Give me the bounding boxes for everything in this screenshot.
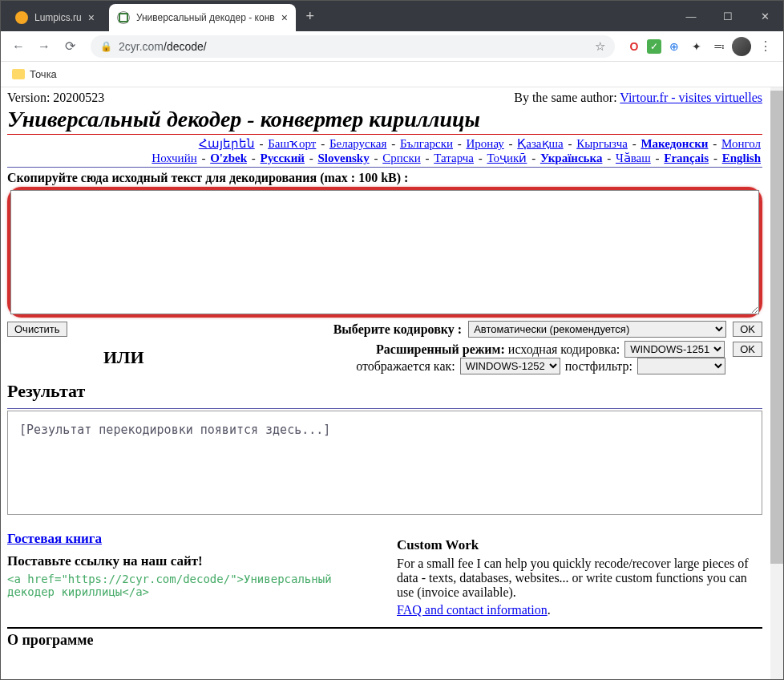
tab-title: Универсальный декодер - конв	[136, 12, 275, 23]
lang-link[interactable]: Кыргызча	[576, 137, 628, 150]
textarea-highlight	[7, 187, 762, 318]
ok-button[interactable]: OK	[733, 322, 762, 337]
lang-link[interactable]: Français	[664, 152, 709, 164]
vertical-scrollbar[interactable]	[770, 87, 783, 679]
forward-button[interactable]: →	[33, 35, 55, 58]
link-instruction-heading: Поставьте ссылку на наш сайт!	[7, 553, 373, 569]
display-as-select[interactable]: WINDOWS-1252	[460, 358, 560, 374]
new-tab-button[interactable]: +	[299, 5, 321, 27]
bookmark-star-icon[interactable]: ☆	[595, 39, 605, 54]
advanced-mode-label: Расширенный режим: исходная кодировка:	[376, 342, 620, 357]
lang-link[interactable]: Башҡорт	[268, 137, 316, 150]
extension-adblock-icon[interactable]: O	[624, 37, 644, 56]
encoding-label: Выберите кодировку :	[333, 322, 462, 337]
close-tab-icon[interactable]: ×	[281, 11, 288, 24]
lang-link[interactable]: English	[722, 152, 761, 164]
divider	[7, 134, 762, 135]
profile-avatar[interactable]	[732, 37, 751, 56]
lang-link[interactable]: Чӑваш	[616, 152, 651, 164]
extensions-puzzle-icon[interactable]: ✦	[687, 37, 706, 56]
lang-link[interactable]: Български	[400, 137, 453, 150]
result-heading: Результат	[7, 381, 762, 402]
address-bar[interactable]: 🔒 2cyr.com/decode/ ☆	[91, 35, 615, 58]
lang-link[interactable]: Українська	[540, 152, 603, 164]
lock-icon: 🔒	[100, 41, 112, 52]
url-text: 2cyr.com/decode/	[119, 40, 207, 53]
bookmark-folder-icon	[12, 69, 25, 79]
virtour-link[interactable]: Virtour.fr - visites virtuelles	[620, 91, 762, 104]
lang-link[interactable]: Тоҷикӣ	[487, 152, 527, 164]
page-title: Универсальный декодер - конвертер кирилл…	[7, 107, 762, 132]
guestbook-link[interactable]: Гостевая книга	[7, 531, 102, 546]
tab-title: Lumpics.ru	[34, 12, 82, 23]
postfilter-select[interactable]	[637, 358, 725, 374]
postfilter-label: постфильтр:	[565, 359, 632, 374]
ok-button-advanced[interactable]: OK	[733, 342, 762, 357]
close-tab-icon[interactable]: ×	[88, 11, 95, 24]
source-encoding-select[interactable]: WINDOWS-1251	[624, 341, 725, 358]
display-as-label: отображается как:	[356, 359, 455, 374]
source-text-input[interactable]	[10, 190, 759, 314]
back-button[interactable]: ←	[7, 35, 30, 58]
maximize-button[interactable]: ☐	[709, 1, 746, 31]
browser-tab-active[interactable]: Универсальный декодер - конв ×	[109, 4, 296, 31]
clear-button[interactable]: Очистить	[7, 322, 67, 337]
faq-link[interactable]: FAQ and contact information	[397, 603, 548, 617]
custom-work-text: For a small fee I can help you quickly r…	[397, 557, 762, 600]
embed-code: <a href="https://2cyr.com/decode/">Униве…	[7, 573, 373, 598]
lang-link[interactable]: Беларуская	[329, 137, 387, 150]
lang-link[interactable]: Монгол	[721, 137, 761, 150]
lang-link[interactable]: Հայերեն	[199, 137, 255, 150]
extension-globe-icon[interactable]: ⊕	[665, 37, 684, 56]
lang-link[interactable]: Македонски	[641, 137, 708, 150]
or-label: ИЛИ	[103, 347, 144, 368]
reload-button[interactable]: ⟳	[59, 35, 81, 58]
lang-link[interactable]: Иронау	[467, 137, 504, 150]
encoding-select[interactable]: Автоматически (рекомендуется)	[468, 321, 726, 338]
version-text: Version: 20200523	[7, 91, 104, 105]
lang-link[interactable]: Русский	[261, 152, 305, 164]
bookmark-item[interactable]: Точка	[30, 68, 57, 80]
minimize-button[interactable]: —	[673, 1, 709, 31]
close-window-button[interactable]: ✕	[746, 1, 783, 31]
language-links-row2: Нохчийн - O'zbek - Русский - Slovensky -…	[7, 151, 762, 165]
language-links-row1: Հայերեն - Башҡорт - Беларуская - Българс…	[7, 136, 762, 151]
extension-list-icon[interactable]: ≕	[709, 37, 729, 56]
divider	[7, 408, 762, 409]
input-label: Скопируйте сюда исходный текст для декод…	[7, 171, 762, 185]
lang-link[interactable]: Српски	[382, 152, 421, 164]
lang-link[interactable]: Қазақша	[517, 137, 563, 150]
custom-work-heading: Custom Work	[397, 537, 762, 553]
divider	[7, 627, 762, 629]
favicon-icon	[15, 11, 28, 24]
author-text: By the same author: Virtour.fr - visites…	[514, 91, 762, 105]
browser-tab[interactable]: Lumpics.ru ×	[7, 4, 103, 31]
result-output: [Результат перекодировки появится здесь.…	[7, 411, 762, 515]
lang-link[interactable]: Татарча	[434, 152, 474, 164]
favicon-icon	[117, 11, 130, 24]
about-heading: О программе	[7, 632, 762, 649]
divider	[7, 167, 762, 168]
menu-button[interactable]: ⋮	[754, 35, 777, 58]
lang-link[interactable]: Нохчийн	[152, 152, 196, 164]
lang-link[interactable]: O'zbek	[210, 152, 247, 164]
extension-check-icon[interactable]: ✓	[647, 39, 661, 54]
lang-link[interactable]: Slovensky	[318, 152, 370, 164]
